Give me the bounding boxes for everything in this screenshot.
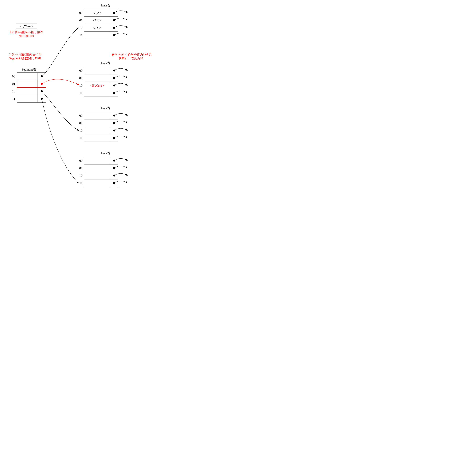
step3-text: 3.(tab.length-1)&hash作为hash表 的索引，假设为10 bbox=[110, 53, 151, 60]
step1-line2: 为01000110 bbox=[19, 34, 34, 38]
arrow-seg00-hash1 bbox=[42, 28, 79, 76]
seg-idx-01: 01 bbox=[12, 82, 15, 86]
arrow-seg10-hash3 bbox=[42, 91, 79, 131]
hash-table-1: hash表 00 01 10 11 <0,A> <1,B> <2,C> bbox=[79, 4, 128, 39]
hash1-title: hash表 bbox=[101, 4, 110, 7]
step1-line1: 1.计算key的hash值，假设 bbox=[10, 30, 43, 34]
step2-line1: 2.以hash值的前两位作为 bbox=[9, 53, 42, 56]
h1-idx-11: 11 bbox=[80, 34, 82, 37]
h3-idx-01: 01 bbox=[79, 121, 82, 125]
hash3-title: hash表 bbox=[101, 106, 110, 110]
h2-idx-10: 10 bbox=[79, 84, 82, 87]
step1-text: 1.计算key的hash值，假设 为01000110 bbox=[10, 30, 43, 38]
step2-text: 2.以hash值的前两位作为 Segment表的索引，即01 bbox=[9, 53, 42, 60]
h1-idx-01: 01 bbox=[79, 19, 82, 22]
h4-idx-00: 00 bbox=[79, 159, 82, 162]
step2-line2: Segment表的索引，即01 bbox=[9, 57, 41, 60]
h1-cell-2: <2,C> bbox=[93, 26, 101, 30]
h1-cell-1: <1,B> bbox=[93, 19, 101, 22]
h4-idx-01: 01 bbox=[79, 166, 82, 170]
hash-table-3: hash表 00 01 10 11 bbox=[79, 106, 128, 142]
input-entry: <5,Wang> bbox=[16, 23, 37, 29]
h1-idx-10: 10 bbox=[79, 26, 82, 30]
hash2-title: hash表 bbox=[101, 61, 110, 65]
h4-idx-11: 11 bbox=[80, 181, 82, 185]
h3-idx-00: 00 bbox=[79, 114, 82, 117]
hash4-title: hash表 bbox=[101, 151, 110, 155]
h2-idx-01: 01 bbox=[79, 76, 82, 80]
seg-idx-11: 11 bbox=[12, 97, 15, 101]
h2-idx-11: 11 bbox=[80, 91, 82, 95]
segment-table: Segment表 00 01 10 11 bbox=[12, 68, 46, 103]
hash-table-2: hash表 00 01 10 11 <5,Wang> bbox=[79, 61, 128, 97]
h3-idx-11: 11 bbox=[80, 136, 82, 140]
segment-title: Segment表 bbox=[22, 68, 36, 71]
h1-idx-00: 00 bbox=[79, 11, 82, 15]
h4-idx-10: 10 bbox=[79, 174, 82, 177]
input-entry-text: <5,Wang> bbox=[20, 24, 33, 28]
h2-idx-00: 00 bbox=[79, 69, 82, 73]
seg-idx-00: 00 bbox=[12, 75, 15, 78]
arrow-seg01-hash2 bbox=[42, 79, 79, 85]
h3-idx-10: 10 bbox=[79, 129, 82, 132]
h2-cell-2: <5,Wang> bbox=[90, 84, 104, 87]
step3-line1: 3.(tab.length-1)&hash作为hash表 bbox=[110, 53, 151, 56]
step3-line2: 的索引，假设为10 bbox=[118, 57, 143, 60]
hash-table-4: hash表 00 01 10 11 bbox=[79, 151, 128, 187]
diagram: <5,Wang> 1.计算key的hash值，假设 为01000110 2.以h… bbox=[0, 0, 186, 190]
seg-idx-10: 10 bbox=[12, 90, 15, 93]
h1-cell-0: <0,A> bbox=[93, 11, 101, 15]
arrow-seg11-hash4 bbox=[42, 99, 79, 183]
